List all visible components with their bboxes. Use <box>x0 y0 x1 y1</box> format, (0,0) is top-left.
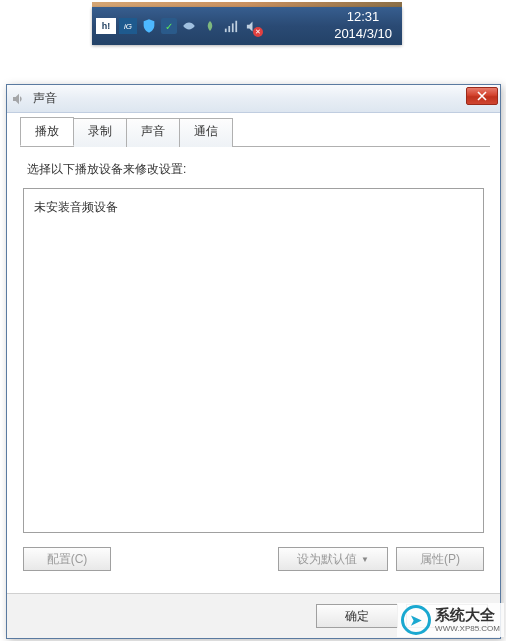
volume-muted-icon[interactable]: ✕ <box>243 17 261 35</box>
speaker-icon <box>11 91 27 107</box>
dialog-body: 播放 录制 声音 通信 选择以下播放设备来修改设置: 未安装音频设备 配置(C)… <box>7 113 500 587</box>
network-icon[interactable] <box>180 17 198 35</box>
watermark: ➤ 系统大全 WWW.XP85.COM <box>397 603 504 637</box>
watermark-logo-icon: ➤ <box>401 605 431 635</box>
dialog-title: 声音 <box>33 90 57 107</box>
svg-rect-3 <box>235 21 237 32</box>
set-default-button: 设为默认值 ▼ <box>278 547 388 571</box>
mute-badge-icon: ✕ <box>253 27 263 37</box>
svg-rect-1 <box>228 26 230 32</box>
empty-message: 未安装音频设备 <box>34 199 473 216</box>
clock-date: 2014/3/10 <box>334 26 392 43</box>
taskbar-clock[interactable]: 12:31 2014/3/10 <box>334 9 398 43</box>
signal-icon[interactable] <box>222 17 240 35</box>
ok-button[interactable]: 确定 <box>316 604 398 628</box>
tab-communications[interactable]: 通信 <box>179 118 233 147</box>
tab-strip: 播放 录制 声音 通信 <box>20 117 490 147</box>
tab-playback[interactable]: 播放 <box>20 117 74 146</box>
check-icon[interactable]: ✓ <box>161 18 177 34</box>
tab-content: 选择以下播放设备来修改设置: 未安装音频设备 配置(C) 设为默认值 ▼ 属性(… <box>17 147 490 577</box>
watermark-text: 系统大全 <box>435 606 495 623</box>
tab-recording[interactable]: 录制 <box>73 118 127 147</box>
shield-icon[interactable] <box>140 17 158 35</box>
chevron-down-icon: ▼ <box>361 555 369 564</box>
system-tray: h! iG ✓ ✕ <box>96 17 261 35</box>
clock-time: 12:31 <box>334 9 392 26</box>
properties-button: 属性(P) <box>396 547 484 571</box>
sound-dialog: 声音 播放 录制 声音 通信 选择以下播放设备来修改设置: 未安装音频设备 配置… <box>6 84 501 639</box>
titlebar: 声音 <box>7 85 500 113</box>
taskbar: h! iG ✓ ✕ 12:31 2014/3/10 <box>92 7 402 45</box>
close-button[interactable] <box>466 87 498 105</box>
instruction-text: 选择以下播放设备来修改设置: <box>27 161 484 178</box>
svg-rect-2 <box>232 23 234 32</box>
tray-app-icon[interactable]: iG <box>119 18 137 34</box>
device-list[interactable]: 未安装音频设备 <box>23 188 484 533</box>
app-icon[interactable] <box>201 17 219 35</box>
tray-app-icon[interactable]: h! <box>96 18 116 34</box>
watermark-url: WWW.XP85.COM <box>435 624 500 633</box>
configure-button: 配置(C) <box>23 547 111 571</box>
set-default-label: 设为默认值 <box>297 551 357 568</box>
svg-rect-0 <box>225 29 227 33</box>
tab-sounds[interactable]: 声音 <box>126 118 180 147</box>
button-row: 配置(C) 设为默认值 ▼ 属性(P) <box>23 547 484 571</box>
